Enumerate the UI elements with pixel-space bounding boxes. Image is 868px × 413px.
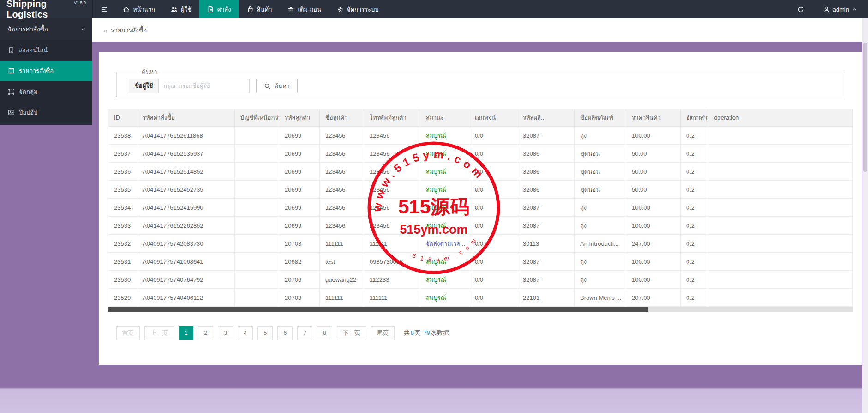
topnav-item-label: ศาสั่ง bbox=[217, 5, 231, 14]
sidebar-group-header[interactable]: จัดการศาสั่งซื้อ bbox=[0, 18, 92, 40]
status-badge: สมบูรณ์ bbox=[426, 186, 446, 193]
topnav-item[interactable]: เติม-ถอน bbox=[280, 0, 329, 18]
cell-customer-phone: 112233 bbox=[364, 271, 420, 289]
cell-customer-name: 123456 bbox=[320, 127, 364, 145]
cell-customer-phone: 123456 bbox=[364, 199, 420, 217]
page-number-button[interactable]: 2 bbox=[198, 326, 213, 340]
cell-product-name: Brown Men's ... bbox=[575, 289, 626, 307]
page-number-button[interactable]: 8 bbox=[317, 326, 332, 340]
topnav-item-label: สินค้า bbox=[257, 5, 272, 14]
vertical-scrollbar[interactable] bbox=[862, 18, 868, 413]
total-records: 79 bbox=[422, 329, 431, 336]
username-input[interactable] bbox=[158, 79, 250, 93]
column-header: สถานะ bbox=[420, 109, 469, 127]
page-prev-button[interactable]: 上一页 bbox=[144, 326, 174, 340]
table-header-row: IDรหัสศาสั่งซื้อบัญชีที่เหนือกว่ารหัสลูก… bbox=[108, 109, 853, 127]
column-header: ชื่อลูกค้า bbox=[320, 109, 364, 127]
page-number-button[interactable]: 5 bbox=[257, 326, 273, 340]
status-badge: สมบูรณ์ bbox=[426, 168, 446, 175]
cell-customer-code: 20699 bbox=[279, 127, 320, 145]
cell-ratio: 0.2 bbox=[681, 217, 708, 235]
cell-id: 23536 bbox=[108, 163, 137, 181]
page-numbers: 12345678 bbox=[179, 326, 333, 340]
page-number-button[interactable]: 4 bbox=[238, 326, 253, 340]
cell-id: 23534 bbox=[108, 199, 137, 217]
cell-customer-code: 20699 bbox=[279, 145, 320, 163]
cell-order-code: A04141776152611868 bbox=[137, 127, 235, 145]
topnav-item-label: หน้าแรก bbox=[133, 5, 155, 14]
topnav-item[interactable]: สินค้า bbox=[239, 0, 280, 18]
sidebar-item[interactable]: ส่งออนไลน์ bbox=[0, 40, 92, 61]
table-row: 23537 A04141776152535937 20699 123456 12… bbox=[108, 145, 853, 163]
page-number-button[interactable]: 1 bbox=[179, 326, 194, 340]
search-panel: ค้นหา ชื่อผู้ใช้ ค้นหา bbox=[116, 67, 844, 97]
cell-status: สมบูรณ์ bbox=[420, 145, 469, 163]
table-row: 23529 A04091775740406112 20703 111111 11… bbox=[108, 289, 853, 307]
page-number-button[interactable]: 6 bbox=[277, 326, 293, 340]
horizontal-scrollbar-thumb[interactable] bbox=[108, 307, 648, 312]
cell-customer-code: 20706 bbox=[279, 271, 320, 289]
cell-operation bbox=[708, 235, 853, 253]
cell-singular: 0/0 bbox=[469, 127, 517, 145]
topnav-item[interactable]: จัดการระบบ bbox=[329, 0, 387, 18]
page-first-button[interactable]: 首页 bbox=[116, 326, 140, 340]
table-row: 23531 A04091775741068641 20682 test 0985… bbox=[108, 253, 853, 271]
orders-icon bbox=[207, 6, 214, 13]
search-button-label: ค้นหา bbox=[274, 81, 289, 91]
cell-customer-phone: 123456 bbox=[364, 145, 420, 163]
cell-operation bbox=[708, 127, 853, 145]
search-button[interactable]: ค้นหา bbox=[256, 79, 297, 93]
user-menu[interactable]: admin bbox=[816, 0, 868, 18]
cell-product-code: 32087 bbox=[517, 253, 575, 271]
cell-price: 100.00 bbox=[626, 217, 681, 235]
vertical-scrollbar-thumb[interactable] bbox=[863, 43, 867, 172]
topnav-item[interactable]: ศาสั่ง bbox=[199, 0, 239, 18]
cell-customer-name: 123456 bbox=[320, 181, 364, 199]
cell-product-name: ถุง bbox=[575, 253, 626, 271]
breadcrumb-icon: » bbox=[103, 26, 107, 34]
sidebar-item[interactable]: รายการสั่งซื้อ bbox=[0, 61, 92, 81]
cell-price: 100.00 bbox=[626, 271, 681, 289]
column-header: รหัสผลิ... bbox=[517, 109, 575, 127]
column-header: โทรศัพท์ลูกค้า bbox=[364, 109, 420, 127]
cell-price: 207.00 bbox=[626, 289, 681, 307]
column-header: ราคาสินค้า bbox=[626, 109, 681, 127]
sidebar-item[interactable]: จัดกลุ่ม bbox=[0, 81, 92, 102]
cell-customer-phone: 0985730653 bbox=[364, 253, 420, 271]
cell-price: 50.00 bbox=[626, 163, 681, 181]
cell-ratio: 0.2 bbox=[681, 271, 708, 289]
status-badge: สมบูรณ์ bbox=[426, 276, 446, 283]
horizontal-scrollbar[interactable] bbox=[108, 307, 853, 312]
refresh-button[interactable] bbox=[786, 0, 816, 18]
cell-order-code: A04091775742083730 bbox=[137, 235, 235, 253]
sidebar-item[interactable]: ป๊อปอัป bbox=[0, 102, 92, 123]
cell-id: 23532 bbox=[108, 235, 137, 253]
cell-customer-name: 123456 bbox=[320, 199, 364, 217]
top-navigation: หน้าแรก ผู้ใช้ ศาสั่ง สินค้า bbox=[115, 0, 387, 18]
topbar: Shipping Logistics V1.5.9 หน้าแรก ผู้ใช้ bbox=[0, 0, 868, 18]
cell-singular: 0/0 bbox=[469, 289, 517, 307]
cell-id: 23530 bbox=[108, 271, 137, 289]
cell-product-name: An Introducti... bbox=[575, 235, 626, 253]
cell-product-name: ถุง bbox=[575, 271, 626, 289]
cell-status: สมบูรณ์ bbox=[420, 289, 469, 307]
sidebar-item-label: ป๊อปอัป bbox=[19, 108, 37, 117]
page-number-button[interactable]: 3 bbox=[218, 326, 233, 340]
cell-product-code: 32086 bbox=[517, 145, 575, 163]
cell-singular: 0/0 bbox=[469, 145, 517, 163]
page-number-button[interactable]: 7 bbox=[297, 326, 312, 340]
order-list-icon bbox=[8, 67, 15, 74]
cell-customer-code: 20703 bbox=[279, 235, 320, 253]
user-icon bbox=[823, 6, 830, 13]
cell-parent-account bbox=[235, 271, 279, 289]
page-next-button[interactable]: 下一页 bbox=[337, 326, 366, 340]
table-row: 23536 A04141776152514852 20699 123456 12… bbox=[108, 163, 853, 181]
page-last-button[interactable]: 尾页 bbox=[371, 326, 395, 340]
menu-toggle-button[interactable] bbox=[93, 0, 115, 18]
topnav-item[interactable]: ผู้ใช้ bbox=[163, 0, 199, 18]
topnav-item[interactable]: หน้าแรก bbox=[115, 0, 163, 18]
column-header: บัญชีที่เหนือกว่า bbox=[235, 109, 279, 127]
users-icon bbox=[171, 6, 178, 13]
cell-order-code: A04141776152262852 bbox=[137, 217, 235, 235]
column-header: อัตราส่วนคอ: bbox=[681, 109, 708, 127]
